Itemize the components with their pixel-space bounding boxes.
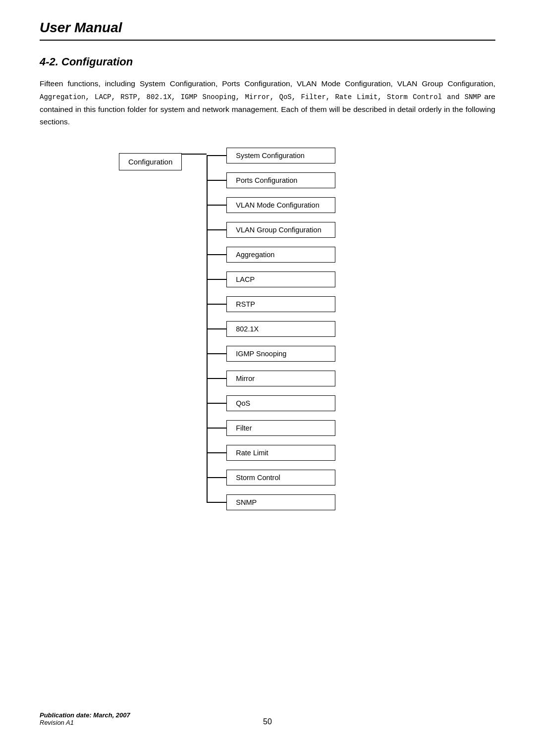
root-node: Configuration [119, 153, 182, 170]
tree-child-row: RSTP [207, 292, 335, 317]
section-name: Configuration [61, 55, 133, 68]
tree-child-row: VLAN Mode Configuration [207, 193, 335, 217]
page-header: User Manual [40, 20, 495, 41]
h-connector [207, 477, 226, 478]
h-connector [207, 205, 226, 206]
child-node: Filter [226, 420, 335, 436]
tree-child-row: Rate Limit [207, 440, 335, 465]
tree-child-row: 802.1X [207, 317, 335, 341]
tree-child-row: Aggregation [207, 242, 335, 267]
footer-revision: Revision A1 [40, 719, 130, 726]
child-node: System Configuration [226, 148, 335, 163]
child-node: VLAN Mode Configuration [226, 197, 335, 213]
tree-child-row: Storm Control [207, 465, 335, 490]
tree-child-row: QoS [207, 391, 335, 416]
tree-child-row: SNMP [207, 490, 335, 515]
h-connector [207, 428, 226, 429]
h-connector [207, 378, 226, 379]
child-node: RSTP [226, 296, 335, 312]
tree-child-row: System Configuration [207, 143, 335, 168]
tree-child-row: LACP [207, 267, 335, 292]
child-node: Ports Configuration [226, 172, 335, 188]
h-connector [207, 254, 226, 255]
h-connector [207, 502, 226, 503]
child-node: SNMP [226, 494, 335, 510]
h-connector [207, 328, 226, 329]
page-title: User Manual [40, 20, 495, 36]
child-node: Mirror [226, 371, 335, 386]
footer-left: Publication date: March, 2007 Revision A… [40, 711, 130, 726]
child-node: Storm Control [226, 470, 335, 486]
h-connector [207, 353, 226, 354]
tree-child-row: IGMP Snooping [207, 341, 335, 366]
section-title: 4-2. Configuration [40, 55, 495, 68]
h-connector [207, 155, 226, 156]
child-node: Aggregation [226, 247, 335, 263]
child-node: VLAN Group Configuration [226, 222, 335, 238]
h-connector [207, 403, 226, 404]
body-paragraph: Fifteen functions, including System Conf… [40, 77, 495, 128]
tree-child-row: Ports Configuration [207, 168, 335, 193]
child-rows: System ConfigurationPorts ConfigurationV… [207, 143, 335, 515]
tree-child-row: Mirror [207, 366, 335, 391]
child-node: QoS [226, 395, 335, 411]
root-h-connector [182, 154, 207, 155]
tree-child-row: VLAN Group Configuration [207, 217, 335, 242]
h-connector [207, 279, 226, 280]
footer-publication: Publication date: March, 2007 [40, 711, 130, 719]
children-wrapper: System ConfigurationPorts ConfigurationV… [207, 143, 335, 515]
h-connector [207, 180, 226, 181]
child-node: IGMP Snooping [226, 346, 335, 362]
h-connector [207, 304, 226, 305]
child-node: Rate Limit [226, 445, 335, 461]
h-connector [207, 229, 226, 230]
tree-diagram: Configuration System ConfigurationPorts … [119, 143, 495, 515]
h-connector [207, 452, 226, 453]
tree-child-row: Filter [207, 416, 335, 440]
section-number: 4-2. [40, 55, 58, 68]
footer-page-number: 50 [263, 717, 272, 726]
child-node: LACP [226, 271, 335, 287]
child-node: 802.1X [226, 321, 335, 337]
